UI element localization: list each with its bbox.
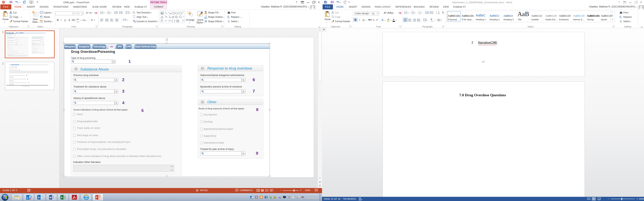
svg-text:W: W bbox=[50, 196, 52, 199]
svg-text:A: A bbox=[398, 11, 400, 14]
svg-text:O: O bbox=[38, 196, 40, 199]
svg-text:3: 3 bbox=[411, 13, 412, 14]
svg-text:A: A bbox=[382, 18, 384, 21]
svg-text:A: A bbox=[161, 12, 162, 14]
svg-text:L: L bbox=[27, 196, 28, 199]
svg-text:ac: ac bbox=[228, 17, 230, 18]
svg-text:X: X bbox=[61, 196, 63, 199]
svg-text:Z: Z bbox=[436, 13, 437, 14]
svg-text:ac: ac bbox=[620, 17, 622, 18]
svg-text:i: i bbox=[418, 13, 418, 14]
svg-text:A: A bbox=[134, 11, 135, 13]
svg-text:W: W bbox=[324, 1, 326, 3]
svg-text:P: P bbox=[3, 1, 4, 3]
svg-text:A: A bbox=[94, 11, 96, 14]
svg-text:P: P bbox=[96, 196, 98, 199]
svg-text:A: A bbox=[436, 11, 437, 13]
svg-text:O: O bbox=[250, 197, 252, 198]
svg-text:3: 3 bbox=[106, 13, 107, 14]
